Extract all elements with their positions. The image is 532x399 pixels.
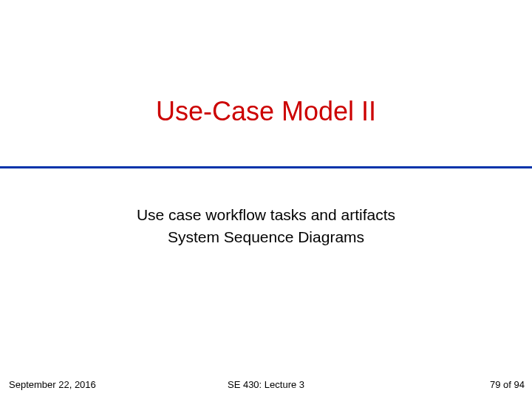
body-line-2: System Sequence Diagrams	[0, 226, 532, 248]
footer-course: SE 430: Lecture 3	[228, 379, 304, 390]
title-divider	[0, 166, 532, 168]
footer-page-number: 79 of 94	[490, 379, 525, 390]
slide-body: Use case workflow tasks and artifacts Sy…	[0, 204, 532, 249]
slide-title: Use-Case Model II	[0, 0, 532, 151]
footer-date: September 22, 2016	[9, 379, 96, 390]
body-line-1: Use case workflow tasks and artifacts	[0, 204, 532, 226]
slide-container: Use-Case Model II Use case workflow task…	[0, 0, 532, 399]
